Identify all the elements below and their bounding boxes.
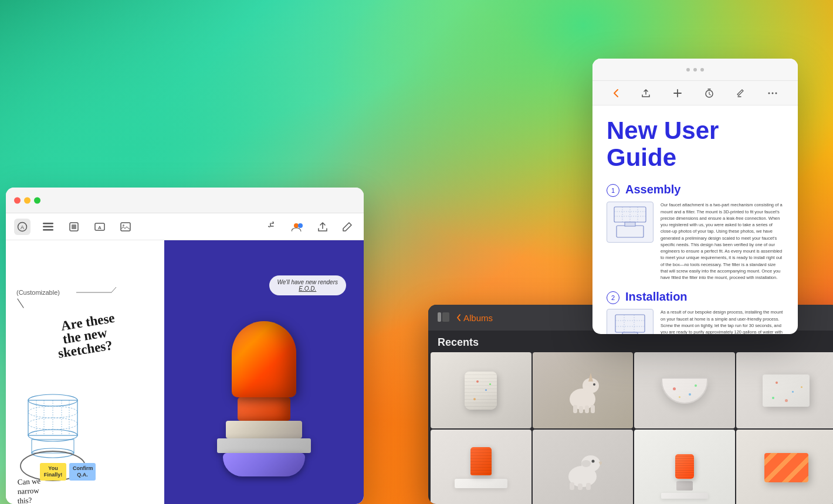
doc-section-installation: 2 Installation (607, 290, 784, 334)
photo-item-5[interactable] (431, 430, 531, 504)
image-tool[interactable] (117, 219, 134, 235)
close-button[interactable] (14, 197, 21, 203)
freeform-toolbar: A A (6, 213, 364, 240)
circle-a-tool[interactable]: A (14, 219, 31, 235)
sticky-note-blue: Confirm Q.A. (69, 463, 96, 481)
doc-dot-2 (693, 68, 697, 71)
svg-rect-62 (591, 405, 595, 413)
list-tool[interactable] (40, 219, 56, 235)
installation-content: As a result of our bespoke design proces… (607, 309, 784, 334)
maximize-button[interactable] (34, 197, 40, 203)
svg-rect-45 (617, 226, 644, 237)
svg-point-28 (28, 418, 77, 430)
svg-text:sketches?: sketches? (57, 338, 113, 360)
doc-highlight-button[interactable] (736, 88, 746, 98)
freeform-titlebar (6, 188, 364, 213)
doc-section-assembly: 1 Assembly (607, 183, 784, 281)
svg-text:this?: this? (17, 496, 32, 504)
svg-rect-54 (438, 312, 441, 322)
doc-title: New User Guide (607, 117, 784, 171)
svg-point-21 (28, 430, 77, 441)
installation-title: Installation (625, 290, 688, 304)
svg-text:narrow: narrow (17, 486, 39, 496)
product-note-overlay: We'll have new renders E.O.D. (269, 275, 346, 295)
installation-number: 2 (607, 291, 619, 304)
collaborators-icon[interactable] (290, 219, 306, 235)
vase-plate-1 (226, 421, 302, 438)
svg-rect-60 (579, 406, 583, 413)
freeform-canvas: (Customizable) Are these the new sketche… (6, 240, 364, 504)
svg-text:A: A (98, 225, 101, 230)
svg-rect-61 (585, 406, 589, 413)
photo-item-1[interactable] (431, 352, 531, 428)
svg-point-36 (768, 92, 770, 94)
svg-point-27 (28, 406, 77, 418)
minimize-button[interactable] (24, 197, 31, 203)
svg-rect-59 (573, 405, 577, 413)
svg-rect-30 (32, 440, 74, 453)
product-image-area: We'll have new renders E.O.D. let's revi… (164, 240, 364, 504)
doc-dot-1 (686, 68, 690, 71)
doc-toolbar (592, 81, 798, 105)
doc-timer-button[interactable] (705, 88, 714, 98)
doc-more-button[interactable] (768, 91, 777, 95)
svg-rect-68 (570, 482, 574, 490)
vase-plate-2 (217, 438, 311, 453)
svg-text:A: A (21, 224, 24, 230)
photo-item-6[interactable] (533, 430, 634, 504)
svg-text:(Customizable): (Customizable) (16, 289, 60, 296)
svg-rect-3 (43, 226, 53, 227)
svg-point-29 (32, 448, 74, 458)
edit-tool[interactable] (339, 219, 355, 235)
assembly-body: Our faucet attachment is a two-part mech… (661, 202, 784, 281)
undo-tool[interactable] (265, 219, 282, 235)
traffic-lights (14, 197, 40, 203)
svg-rect-69 (578, 483, 583, 490)
doc-titlebar (592, 59, 798, 81)
doc-back-button[interactable] (613, 88, 619, 98)
svg-text:Are these: Are these (60, 311, 116, 333)
installation-body: As a result of our bespoke design proces… (661, 309, 784, 334)
svg-point-12 (298, 223, 303, 228)
doc-share-button[interactable] (641, 88, 651, 98)
vase-base (217, 421, 311, 476)
layers-tool[interactable] (66, 219, 82, 235)
share-tool[interactable] (314, 219, 331, 235)
installation-diagram (607, 309, 653, 334)
svg-point-66 (581, 460, 591, 467)
freeform-toolbar-right (265, 219, 355, 235)
doc-add-button[interactable] (673, 88, 682, 98)
photos-sidebar-toggle[interactable] (438, 312, 449, 323)
photo-item-2[interactable] (533, 352, 634, 428)
photo-item-4[interactable] (736, 352, 834, 428)
assembly-number: 1 (607, 184, 619, 197)
svg-point-67 (591, 459, 594, 462)
svg-text:Can we: Can we (17, 476, 40, 486)
assembly-title: Assembly (625, 183, 681, 196)
svg-marker-58 (588, 373, 593, 382)
svg-point-10 (123, 224, 124, 226)
photos-window: Albums Recents (428, 305, 833, 504)
textbox-tool[interactable]: A (92, 219, 108, 235)
svg-rect-55 (442, 312, 449, 322)
installation-header: 2 Installation (607, 290, 784, 304)
svg-rect-9 (121, 223, 130, 231)
svg-line-15 (111, 287, 116, 292)
freeform-window: A A (6, 188, 364, 504)
photo-item-7[interactable] (634, 430, 735, 504)
svg-point-38 (776, 92, 777, 94)
product-bg: We'll have new renders E.O.D. let's revi… (164, 240, 364, 504)
assembly-diagram (607, 202, 653, 243)
photo-item-3[interactable] (634, 352, 735, 428)
3d-vase-product (217, 321, 311, 476)
photo-item-8[interactable] (736, 430, 834, 504)
svg-point-11 (294, 223, 299, 228)
vase-top (232, 321, 296, 397)
photos-back-button[interactable]: Albums (456, 313, 493, 323)
assembly-content: Our faucet attachment is a two-part mech… (607, 202, 784, 281)
assembly-header: 1 Assembly (607, 183, 784, 197)
product-note-date: E.O.D. (277, 285, 338, 292)
svg-rect-6 (72, 224, 76, 229)
svg-rect-46 (625, 222, 635, 226)
vase-plate-3 (223, 453, 305, 476)
